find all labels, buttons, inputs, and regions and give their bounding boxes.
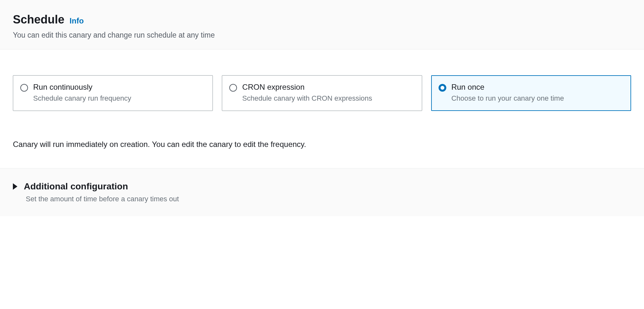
schedule-header: Schedule Info You can edit this canary a… xyxy=(0,0,644,50)
additional-subtitle: Set the amount of time before a canary t… xyxy=(26,195,631,203)
radio-icon xyxy=(20,84,28,92)
schedule-subtitle: You can edit this canary and change run … xyxy=(13,31,631,40)
option-content: Run once Choose to run your canary one t… xyxy=(451,83,624,104)
radio-icon xyxy=(439,84,446,92)
additional-title: Additional configuration xyxy=(24,181,128,192)
option-content: CRON expression Schedule canary with CRO… xyxy=(242,83,414,104)
schedule-content: Run continuously Schedule canary run fre… xyxy=(0,50,644,168)
option-description: Schedule canary run frequency xyxy=(33,94,205,104)
option-run-once[interactable]: Run once Choose to run your canary one t… xyxy=(431,75,631,111)
option-title: CRON expression xyxy=(242,83,414,92)
schedule-options: Run continuously Schedule canary run fre… xyxy=(13,75,631,111)
option-cron-expression[interactable]: CRON expression Schedule canary with CRO… xyxy=(222,75,422,111)
option-description: Choose to run your canary one time xyxy=(451,94,624,104)
option-title: Run once xyxy=(451,83,624,92)
selection-note: Canary will run immediately on creation.… xyxy=(13,140,631,149)
option-title: Run continuously xyxy=(33,83,205,92)
schedule-title: Schedule xyxy=(13,13,64,26)
option-content: Run continuously Schedule canary run fre… xyxy=(33,83,205,104)
option-description: Schedule canary with CRON expressions xyxy=(242,94,414,104)
header-title-row: Schedule Info xyxy=(13,13,631,26)
info-link[interactable]: Info xyxy=(70,16,84,25)
option-run-continuously[interactable]: Run continuously Schedule canary run fre… xyxy=(13,75,213,111)
additional-config-toggle[interactable]: Additional configuration xyxy=(13,181,631,192)
additional-configuration-section: Additional configuration Set the amount … xyxy=(0,168,644,216)
radio-icon xyxy=(229,84,237,92)
expand-icon xyxy=(13,183,17,190)
